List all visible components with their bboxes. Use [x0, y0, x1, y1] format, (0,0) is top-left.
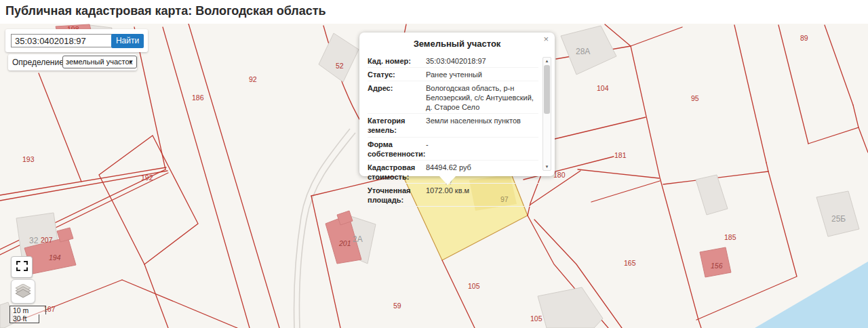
- popup-row-label: Категория земель:: [368, 116, 426, 135]
- popup-row: Кад. номер:35:03:0402018:97: [368, 54, 538, 68]
- popup-row-label: Адрес:: [368, 83, 426, 112]
- scale-bar: 10 m 30 ft: [9, 306, 46, 323]
- definition-selected-value: земельный участок: [66, 58, 132, 66]
- building-194: [57, 228, 73, 242]
- definition-label: Определение:: [12, 58, 66, 67]
- scale-metric: 10 m: [9, 306, 46, 314]
- parcel-label: 105: [468, 282, 480, 290]
- extent-icon: [16, 261, 28, 271]
- scroll-thumb[interactable]: [544, 65, 550, 114]
- scroll-up-icon[interactable]: ▲: [543, 58, 551, 64]
- title-bar: Публичная кадастровая карта: Вологодская…: [0, 0, 868, 24]
- popup-row-value: Земли населенных пунктов: [426, 116, 538, 135]
- parcel-label: 194: [49, 253, 61, 262]
- map-canvas[interactable]: 1985292186193192322071941672012А59105105…: [0, 24, 868, 328]
- building-gray: [696, 175, 728, 215]
- parcel-label: 25Б: [831, 214, 846, 224]
- extent-tool-button[interactable]: [11, 256, 33, 278]
- parcel-label: 180: [553, 171, 566, 179]
- parcel-label: 165: [624, 259, 636, 267]
- definition-select[interactable]: земельный участок ▼: [62, 56, 137, 68]
- parcel-label: 89: [800, 34, 808, 42]
- water-area: [755, 262, 868, 328]
- search-panel: Найти: [5, 29, 148, 52]
- parcel-label: 52: [336, 62, 344, 70]
- parcel-label: 95: [691, 94, 699, 102]
- popup-row: Кадастровая стоимость:84494.62 руб: [368, 161, 538, 184]
- parcel-label: 207: [41, 236, 53, 244]
- page-title: Публичная кадастровая карта: Вологодская…: [0, 0, 868, 18]
- chevron-down-icon: ▼: [128, 56, 134, 68]
- parcel-label: 32: [29, 236, 39, 245]
- popup-row-label: Форма собственности:: [368, 140, 426, 159]
- parcel-label: 192: [141, 173, 153, 182]
- parcel-label: 28А: [576, 47, 590, 56]
- parcel-label: 201: [338, 239, 351, 247]
- parcel-label: 185: [724, 233, 736, 241]
- popup-row-label: Уточненная площадь:: [368, 186, 426, 205]
- popup-title: Земельный участок: [359, 33, 555, 49]
- parcel-label: 181: [614, 151, 627, 159]
- parcel-label: 156: [711, 262, 723, 270]
- popup-row: Уточненная площадь:1072.00 кв.м: [368, 184, 538, 207]
- search-input[interactable]: [11, 34, 113, 47]
- popup-row: Статус:Ранее учтенный: [368, 68, 538, 81]
- parcel-label: 59: [393, 302, 401, 310]
- parcel-label: 186: [192, 94, 204, 102]
- popup-scrollbar[interactable]: ▲ ▼: [542, 57, 551, 171]
- scroll-down-icon[interactable]: ▼: [543, 164, 551, 169]
- popup-row-value: -: [426, 140, 538, 159]
- popup-row: Категория земель:Земли населенных пункто…: [368, 114, 538, 137]
- parcel-info-popup: × Земельный участок Кад. номер:35:03:040…: [359, 33, 555, 176]
- search-button[interactable]: Найти: [111, 34, 144, 48]
- popup-row-label: Статус:: [368, 70, 426, 79]
- scale-imperial: 30 ft: [9, 314, 39, 323]
- popup-row-value: Ранее учтенный: [426, 70, 538, 79]
- parcel-label: 104: [597, 84, 609, 92]
- popup-row-value: 35:03:0402018:97: [426, 56, 538, 66]
- popup-row-value: Вологодская область, р-н Белозерский, с/…: [426, 83, 538, 112]
- layers-icon: [15, 284, 31, 299]
- popup-row-label: Кадастровая стоимость:: [368, 163, 426, 182]
- popup-row-label: Кад. номер:: [368, 56, 426, 66]
- parcel-label: 2А: [353, 234, 363, 244]
- popup-row: Адрес:Вологодская область, р-н Белозерск…: [368, 81, 538, 114]
- parcel-label: 193: [22, 155, 35, 163]
- popup-row-value: 1072.00 кв.м: [426, 186, 538, 205]
- close-icon[interactable]: ×: [543, 35, 549, 43]
- definition-panel: Определение: земельный участок ▼: [8, 54, 137, 70]
- popup-rows: Кад. номер:35:03:0402018:97Статус:Ранее …: [368, 54, 538, 207]
- building-52: [319, 33, 359, 82]
- parcel-label: 92: [249, 75, 257, 83]
- popup-row: Форма собственности:-: [368, 138, 538, 161]
- popup-row-value: 84494.62 руб: [426, 163, 538, 182]
- layers-button[interactable]: [11, 279, 35, 304]
- building-gray: [538, 287, 603, 328]
- parcel-label: 105: [530, 314, 542, 323]
